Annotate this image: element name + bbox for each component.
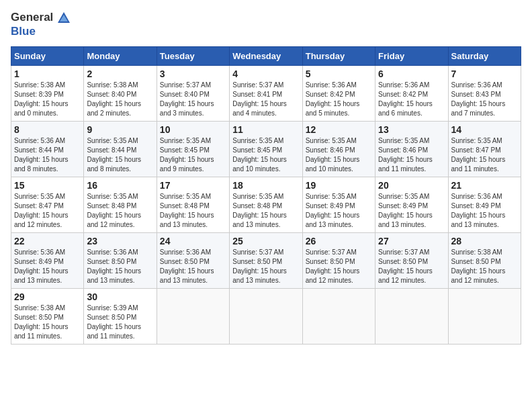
day-info: Sunrise: 5:38 AM Sunset: 8:50 PM Dayligh… bbox=[451, 248, 518, 285]
day-info: Sunrise: 5:38 AM Sunset: 8:39 PM Dayligh… bbox=[14, 81, 81, 118]
calendar-cell: 8Sunrise: 5:36 AM Sunset: 8:44 PM Daylig… bbox=[11, 121, 84, 177]
weekday-header-row: SundayMondayTuesdayWednesdayThursdayFrid… bbox=[11, 46, 521, 65]
calendar-week-row: 22Sunrise: 5:36 AM Sunset: 8:49 PM Dayli… bbox=[11, 232, 521, 288]
calendar-cell: 7Sunrise: 5:36 AM Sunset: 8:43 PM Daylig… bbox=[448, 65, 521, 121]
day-number: 7 bbox=[451, 68, 518, 79]
calendar-week-row: 8Sunrise: 5:36 AM Sunset: 8:44 PM Daylig… bbox=[11, 121, 521, 177]
calendar-cell: 23Sunrise: 5:36 AM Sunset: 8:50 PM Dayli… bbox=[84, 232, 157, 288]
weekday-header-monday: Monday bbox=[84, 46, 157, 65]
calendar-body: 1Sunrise: 5:38 AM Sunset: 8:39 PM Daylig… bbox=[11, 65, 521, 344]
day-number: 1 bbox=[14, 68, 81, 79]
weekday-header-wednesday: Wednesday bbox=[230, 46, 302, 65]
day-info: Sunrise: 5:35 AM Sunset: 8:48 PM Dayligh… bbox=[87, 192, 153, 230]
calendar-cell: 26Sunrise: 5:37 AM Sunset: 8:50 PM Dayli… bbox=[302, 232, 375, 288]
weekday-header-tuesday: Tuesday bbox=[157, 46, 229, 65]
page-header: General Blue bbox=[11, 11, 521, 38]
day-number: 24 bbox=[160, 236, 226, 246]
day-number: 20 bbox=[378, 180, 445, 191]
day-info: Sunrise: 5:35 AM Sunset: 8:49 PM Dayligh… bbox=[378, 192, 445, 230]
day-number: 10 bbox=[160, 124, 226, 135]
calendar-cell bbox=[448, 288, 521, 344]
calendar-cell: 11Sunrise: 5:35 AM Sunset: 8:45 PM Dayli… bbox=[230, 121, 302, 177]
day-number: 16 bbox=[87, 180, 153, 191]
calendar-cell bbox=[157, 288, 229, 344]
calendar-cell: 27Sunrise: 5:37 AM Sunset: 8:50 PM Dayli… bbox=[375, 232, 448, 288]
day-number: 26 bbox=[306, 236, 372, 246]
day-info: Sunrise: 5:35 AM Sunset: 8:45 PM Dayligh… bbox=[232, 136, 299, 174]
day-info: Sunrise: 5:38 AM Sunset: 8:50 PM Dayligh… bbox=[14, 304, 81, 341]
calendar-cell: 16Sunrise: 5:35 AM Sunset: 8:48 PM Dayli… bbox=[84, 177, 157, 232]
day-number: 18 bbox=[232, 180, 299, 191]
day-number: 28 bbox=[451, 236, 518, 246]
day-info: Sunrise: 5:35 AM Sunset: 8:48 PM Dayligh… bbox=[160, 192, 226, 230]
day-info: Sunrise: 5:36 AM Sunset: 8:43 PM Dayligh… bbox=[451, 81, 518, 118]
calendar-cell: 21Sunrise: 5:36 AM Sunset: 8:49 PM Dayli… bbox=[448, 177, 521, 232]
day-number: 21 bbox=[451, 180, 518, 191]
calendar-cell: 25Sunrise: 5:37 AM Sunset: 8:50 PM Dayli… bbox=[230, 232, 302, 288]
calendar-cell: 5Sunrise: 5:36 AM Sunset: 8:42 PM Daylig… bbox=[302, 65, 375, 121]
day-number: 6 bbox=[378, 68, 445, 79]
day-number: 9 bbox=[87, 124, 153, 135]
day-info: Sunrise: 5:36 AM Sunset: 8:49 PM Dayligh… bbox=[451, 192, 518, 230]
day-info: Sunrise: 5:35 AM Sunset: 8:46 PM Dayligh… bbox=[378, 136, 445, 174]
calendar-cell: 13Sunrise: 5:35 AM Sunset: 8:46 PM Dayli… bbox=[375, 121, 448, 177]
calendar-cell: 1Sunrise: 5:38 AM Sunset: 8:39 PM Daylig… bbox=[11, 65, 84, 121]
logo: General Blue bbox=[11, 11, 71, 38]
calendar-cell bbox=[302, 288, 375, 344]
weekday-header-sunday: Sunday bbox=[11, 46, 84, 65]
day-info: Sunrise: 5:36 AM Sunset: 8:50 PM Dayligh… bbox=[160, 248, 226, 285]
day-number: 2 bbox=[87, 68, 153, 79]
calendar-table: SundayMondayTuesdayWednesdayThursdayFrid… bbox=[11, 46, 521, 345]
day-info: Sunrise: 5:35 AM Sunset: 8:46 PM Dayligh… bbox=[306, 136, 372, 174]
calendar-cell bbox=[230, 288, 302, 344]
day-number: 17 bbox=[160, 180, 226, 191]
day-info: Sunrise: 5:35 AM Sunset: 8:48 PM Dayligh… bbox=[232, 192, 299, 230]
day-info: Sunrise: 5:35 AM Sunset: 8:49 PM Dayligh… bbox=[306, 192, 372, 230]
logo-general: General bbox=[11, 11, 71, 26]
day-number: 22 bbox=[14, 236, 81, 246]
calendar-cell: 2Sunrise: 5:38 AM Sunset: 8:40 PM Daylig… bbox=[84, 65, 157, 121]
day-info: Sunrise: 5:37 AM Sunset: 8:50 PM Dayligh… bbox=[232, 248, 299, 285]
calendar-cell: 20Sunrise: 5:35 AM Sunset: 8:49 PM Dayli… bbox=[375, 177, 448, 232]
day-info: Sunrise: 5:37 AM Sunset: 8:41 PM Dayligh… bbox=[232, 81, 299, 118]
calendar-cell bbox=[375, 288, 448, 344]
day-info: Sunrise: 5:35 AM Sunset: 8:47 PM Dayligh… bbox=[14, 192, 81, 230]
day-info: Sunrise: 5:35 AM Sunset: 8:47 PM Dayligh… bbox=[451, 136, 518, 174]
calendar-cell: 17Sunrise: 5:35 AM Sunset: 8:48 PM Dayli… bbox=[157, 177, 229, 232]
calendar-cell: 30Sunrise: 5:39 AM Sunset: 8:50 PM Dayli… bbox=[84, 288, 157, 344]
day-number: 4 bbox=[232, 68, 299, 79]
day-info: Sunrise: 5:38 AM Sunset: 8:40 PM Dayligh… bbox=[87, 81, 153, 118]
calendar-cell: 18Sunrise: 5:35 AM Sunset: 8:48 PM Dayli… bbox=[230, 177, 302, 232]
calendar-cell: 24Sunrise: 5:36 AM Sunset: 8:50 PM Dayli… bbox=[157, 232, 229, 288]
calendar-cell: 22Sunrise: 5:36 AM Sunset: 8:49 PM Dayli… bbox=[11, 232, 84, 288]
day-number: 29 bbox=[14, 291, 81, 302]
calendar-cell: 6Sunrise: 5:36 AM Sunset: 8:42 PM Daylig… bbox=[375, 65, 448, 121]
weekday-header-friday: Friday bbox=[375, 46, 448, 65]
day-number: 3 bbox=[160, 68, 226, 79]
calendar-cell: 3Sunrise: 5:37 AM Sunset: 8:40 PM Daylig… bbox=[157, 65, 229, 121]
calendar-week-row: 15Sunrise: 5:35 AM Sunset: 8:47 PM Dayli… bbox=[11, 177, 521, 232]
day-number: 27 bbox=[378, 236, 445, 246]
calendar-cell: 10Sunrise: 5:35 AM Sunset: 8:45 PM Dayli… bbox=[157, 121, 229, 177]
calendar-cell: 14Sunrise: 5:35 AM Sunset: 8:47 PM Dayli… bbox=[448, 121, 521, 177]
weekday-header-saturday: Saturday bbox=[448, 46, 521, 65]
day-number: 11 bbox=[232, 124, 299, 135]
day-number: 13 bbox=[378, 124, 445, 135]
day-number: 5 bbox=[306, 68, 372, 79]
weekday-header-thursday: Thursday bbox=[302, 46, 375, 65]
calendar-cell: 19Sunrise: 5:35 AM Sunset: 8:49 PM Dayli… bbox=[302, 177, 375, 232]
day-info: Sunrise: 5:36 AM Sunset: 8:49 PM Dayligh… bbox=[14, 248, 81, 285]
day-info: Sunrise: 5:35 AM Sunset: 8:45 PM Dayligh… bbox=[160, 136, 226, 174]
calendar-cell: 9Sunrise: 5:35 AM Sunset: 8:44 PM Daylig… bbox=[84, 121, 157, 177]
calendar-cell: 4Sunrise: 5:37 AM Sunset: 8:41 PM Daylig… bbox=[230, 65, 302, 121]
day-info: Sunrise: 5:37 AM Sunset: 8:50 PM Dayligh… bbox=[306, 248, 372, 285]
calendar-week-row: 29Sunrise: 5:38 AM Sunset: 8:50 PM Dayli… bbox=[11, 288, 521, 344]
day-number: 14 bbox=[451, 124, 518, 135]
calendar-cell: 15Sunrise: 5:35 AM Sunset: 8:47 PM Dayli… bbox=[11, 177, 84, 232]
day-info: Sunrise: 5:37 AM Sunset: 8:40 PM Dayligh… bbox=[160, 81, 226, 118]
day-number: 8 bbox=[14, 124, 81, 135]
day-number: 15 bbox=[14, 180, 81, 191]
calendar-cell: 29Sunrise: 5:38 AM Sunset: 8:50 PM Dayli… bbox=[11, 288, 84, 344]
day-info: Sunrise: 5:35 AM Sunset: 8:44 PM Dayligh… bbox=[87, 136, 153, 174]
day-info: Sunrise: 5:36 AM Sunset: 8:50 PM Dayligh… bbox=[87, 248, 153, 285]
